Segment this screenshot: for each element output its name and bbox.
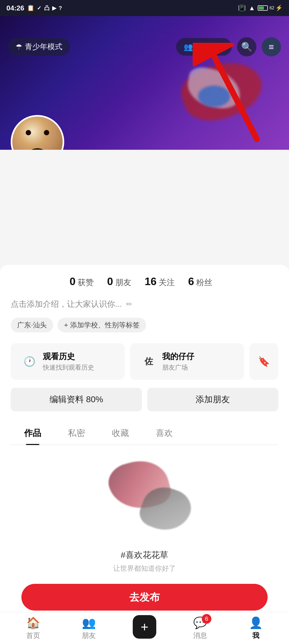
- stat-following[interactable]: 16 关注: [145, 275, 175, 288]
- youth-mode-button[interactable]: ☂ 青少年模式: [8, 38, 70, 56]
- my-friends-button[interactable]: 佐 我的仔仔 朋友广场: [130, 343, 244, 380]
- empty-state-illustration: [99, 461, 190, 541]
- message-badge: 6: [202, 614, 211, 624]
- hamburger-icon: ≡: [269, 42, 274, 52]
- edit-bio-icon: ✏: [126, 300, 132, 309]
- visitors-icon: 👥: [184, 43, 193, 51]
- create-icon: +: [133, 615, 156, 639]
- menu-button[interactable]: ≡: [262, 37, 281, 56]
- friends-nav-icon: 👥: [82, 616, 96, 629]
- nav-me[interactable]: 👤 我: [228, 616, 284, 640]
- tab-private[interactable]: 私密: [55, 422, 98, 444]
- vibrate-icon: 📳: [238, 4, 246, 12]
- nav-home[interactable]: 🏠 首页: [5, 616, 61, 640]
- profile-content: 0 获赞 0 朋友 16 关注 6 粉丝 点击添加介绍，让大家认识你... ✏ …: [0, 265, 289, 637]
- publish-button[interactable]: 去发布: [21, 584, 268, 611]
- watch-history-button[interactable]: 🕐 观看历史 快速找到观看历史: [11, 343, 125, 380]
- status-icons: 📳 ▲ 62 ⚡: [238, 4, 283, 12]
- quick-actions: 🕐 观看历史 快速找到观看历史 佐 我的仔仔 朋友广场 🔖: [11, 343, 278, 380]
- bookmark-button[interactable]: 🔖: [249, 343, 278, 380]
- hero-section: ☂ 青少年模式 👥 新访客 2 🔍 ≡: [0, 16, 289, 150]
- stat-friends[interactable]: 0 朋友: [107, 275, 131, 288]
- app-icon: 凸: [44, 5, 50, 12]
- wifi-icon: ▲: [249, 4, 255, 12]
- bio-row[interactable]: 点击添加介绍，让大家认识你... ✏: [11, 296, 278, 315]
- help-icon: ?: [59, 5, 62, 11]
- search-button[interactable]: 🔍: [237, 37, 256, 56]
- works-content-area: #喜欢花花草 让世界都知道你好了 去发布: [11, 445, 278, 637]
- status-bar: 04:26 📋 ✓ 凸 ▶ ? 📳 ▲ 62 ⚡: [0, 0, 289, 16]
- media-icon: ▶: [52, 5, 56, 11]
- add-friend-button[interactable]: 添加朋友: [147, 388, 278, 411]
- home-icon: 🏠: [26, 616, 40, 629]
- edit-profile-button[interactable]: 编辑资料 80%: [11, 388, 142, 411]
- stat-likes[interactable]: 0 获赞: [70, 275, 94, 288]
- stats-row: 0 获赞 0 朋友 16 关注 6 粉丝: [11, 265, 278, 296]
- nav-friends[interactable]: 👥 朋友: [61, 616, 117, 640]
- bottom-navigation: 🏠 首页 👥 朋友 + 💬 6 消息 👤 我: [0, 612, 289, 644]
- brush-decoration-3: [198, 86, 230, 107]
- location-tag[interactable]: 广东·汕头: [11, 318, 53, 332]
- tab-saved[interactable]: 收藏: [98, 422, 142, 444]
- empty-state-hashtag: #喜欢花花草: [121, 549, 168, 561]
- nav-messages[interactable]: 💬 6 消息: [172, 616, 228, 640]
- action-buttons: 编辑资料 80% 添加朋友: [11, 388, 278, 411]
- messages-icon: 💬 6: [193, 616, 207, 629]
- empty-state-subtext: 让世界都知道你好了: [113, 564, 176, 573]
- bookmark-icon: 🔖: [256, 354, 272, 370]
- stat-followers[interactable]: 6 粉丝: [188, 275, 212, 288]
- avatar[interactable]: [11, 115, 64, 150]
- battery-icon: 62 ⚡: [258, 5, 283, 11]
- sim-icon: 📋: [27, 5, 34, 11]
- friends-icon: 佐: [141, 354, 157, 370]
- visitor-button[interactable]: 👥 新访客 2: [176, 38, 232, 56]
- profile-nav-icon: 👤: [249, 616, 263, 629]
- tab-works[interactable]: 作品: [11, 422, 55, 444]
- nav-create[interactable]: +: [117, 618, 172, 639]
- avatar-image: [12, 117, 63, 150]
- search-icon: 🔍: [241, 41, 252, 52]
- app-header: ☂ 青少年模式 👥 新访客 2 🔍 ≡: [0, 32, 289, 62]
- tags-row: 广东·汕头 + 添加学校、性别等标签: [11, 315, 278, 340]
- content-tabs: 作品 私密 收藏 喜欢: [11, 422, 278, 445]
- umbrella-icon: ☂: [16, 43, 22, 51]
- clock-icon: 🕐: [21, 354, 37, 370]
- status-time: 04:26 📋 ✓ 凸 ▶ ?: [6, 4, 62, 12]
- publish-btn-container: 去发布: [11, 584, 278, 611]
- tab-liked[interactable]: 喜欢: [142, 422, 186, 444]
- add-tag-button[interactable]: + 添加学校、性别等标签: [58, 318, 146, 332]
- vpn-icon: ✓: [37, 5, 41, 11]
